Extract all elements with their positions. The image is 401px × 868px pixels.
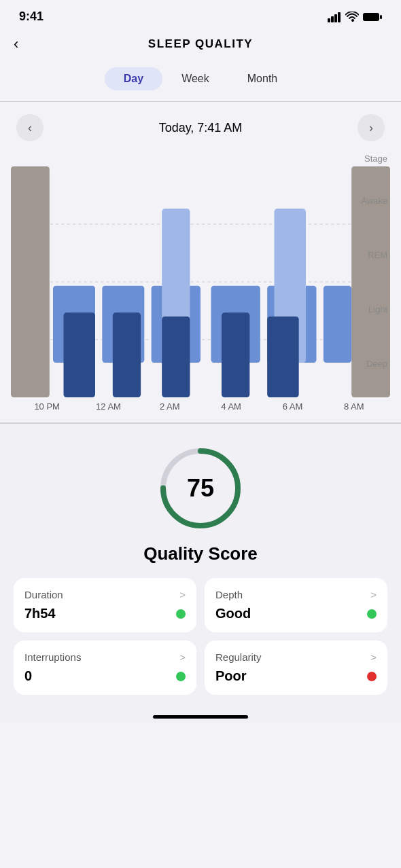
metric-chevron-regularity: > <box>370 651 377 663</box>
svg-rect-22 <box>267 317 299 397</box>
prev-date-button[interactable]: ‹ <box>16 114 43 141</box>
x-label-2: 2 AM <box>139 401 201 412</box>
x-label-0: 10 PM <box>16 401 77 412</box>
svg-rect-2 <box>334 14 337 22</box>
svg-rect-19 <box>222 312 249 397</box>
home-bar <box>153 715 248 719</box>
metric-top-duration: Duration > <box>24 589 186 600</box>
metric-chevron-duration: > <box>179 589 186 600</box>
metric-name-depth: Depth <box>215 589 243 600</box>
score-value: 75 <box>187 474 214 503</box>
home-indicator <box>0 708 401 723</box>
metric-chevron-depth: > <box>370 589 377 600</box>
svg-rect-10 <box>351 166 390 397</box>
metric-bottom-duration: 7h54 <box>24 606 186 621</box>
date-nav: ‹ Today, 7:41 AM › <box>0 102 401 153</box>
header: ‹ SLEEP QUALITY <box>0 28 401 60</box>
metric-dot-duration <box>176 609 186 619</box>
metric-name-duration: Duration <box>24 589 63 600</box>
metric-top-interruptions: Interruptions > <box>24 651 186 663</box>
date-label: Today, 7:41 AM <box>159 121 243 135</box>
battery-icon <box>363 12 382 22</box>
metric-name-regularity: Regularity <box>215 651 262 663</box>
stage-label: Stage <box>11 153 390 164</box>
metric-top-regularity: Regularity > <box>215 651 377 663</box>
svg-rect-3 <box>338 12 341 22</box>
metric-value-duration: 7h54 <box>24 606 56 621</box>
svg-rect-4 <box>363 13 379 21</box>
metric-bottom-interruptions: 0 <box>24 668 186 684</box>
page-title: SLEEP QUALITY <box>148 37 253 51</box>
metric-dot-depth <box>367 609 377 619</box>
metric-card-regularity[interactable]: Regularity > Poor <box>205 640 387 695</box>
tab-bar: Day Week Month <box>0 60 401 101</box>
metric-card-duration[interactable]: Duration > 7h54 <box>14 578 196 632</box>
wifi-icon <box>345 12 359 22</box>
x-label-3: 4 AM <box>201 401 262 412</box>
chart-container: Awake REM Light Deep <box>11 166 390 397</box>
svg-rect-23 <box>324 286 351 363</box>
back-button[interactable]: ‹ <box>14 35 18 53</box>
tab-day[interactable]: Day <box>105 67 162 90</box>
score-label: Quality Score <box>143 543 258 564</box>
svg-rect-12 <box>64 312 96 397</box>
next-date-button[interactable]: › <box>358 114 385 141</box>
signal-icon <box>328 12 341 22</box>
status-icons <box>328 12 382 22</box>
svg-rect-17 <box>162 317 190 397</box>
svg-rect-0 <box>328 18 330 22</box>
tab-week[interactable]: Week <box>162 67 228 90</box>
x-label-1: 12 AM <box>77 401 139 412</box>
metrics-grid: Duration > 7h54 Depth > Good Interruptio… <box>14 578 387 695</box>
metric-dot-regularity <box>367 672 377 681</box>
tab-month[interactable]: Month <box>228 67 296 90</box>
status-bar: 9:41 <box>0 0 401 28</box>
metric-value-depth: Good <box>215 606 251 621</box>
score-section: 75 Quality Score Duration > 7h54 Depth >… <box>0 423 401 708</box>
x-axis-labels: 10 PM 12 AM 2 AM 4 AM 6 AM 8 AM <box>11 397 390 422</box>
metric-value-interruptions: 0 <box>24 668 32 684</box>
metric-card-depth[interactable]: Depth > Good <box>205 578 387 632</box>
metric-value-regularity: Poor <box>215 668 247 684</box>
metric-chevron-interruptions: > <box>179 651 186 663</box>
metric-dot-interruptions <box>176 672 186 681</box>
metric-card-interruptions[interactable]: Interruptions > 0 <box>14 640 196 695</box>
x-label-4: 6 AM <box>262 401 323 412</box>
chart-section: Stage <box>0 153 401 422</box>
svg-rect-14 <box>113 312 141 397</box>
status-time: 9:41 <box>19 10 43 24</box>
metric-bottom-regularity: Poor <box>215 668 377 684</box>
score-circle: 75 <box>156 444 245 532</box>
sleep-chart <box>11 166 390 397</box>
metric-top-depth: Depth > <box>215 589 377 600</box>
svg-rect-9 <box>11 166 50 397</box>
x-label-5: 8 AM <box>324 401 385 412</box>
svg-rect-5 <box>380 15 382 19</box>
metric-bottom-depth: Good <box>215 606 377 621</box>
svg-rect-1 <box>331 16 334 22</box>
metric-name-interruptions: Interruptions <box>24 651 81 663</box>
